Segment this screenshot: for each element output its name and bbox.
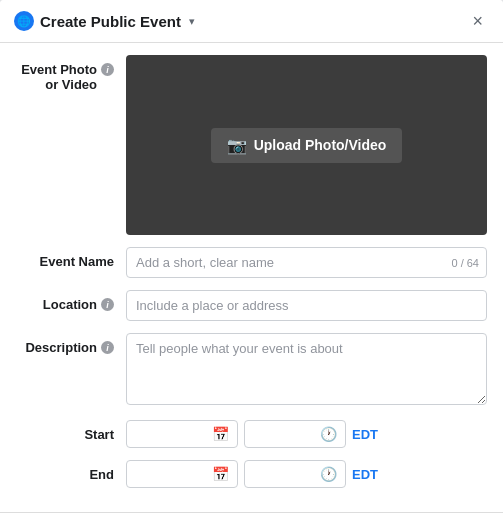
end-datetime-row: 9/23/2019 📅 6:00 PM 🕐 EDT [126, 460, 487, 488]
end-edt-link[interactable]: EDT [352, 467, 378, 482]
location-info-icon[interactable]: i [101, 298, 114, 311]
location-label: Location i [16, 290, 126, 312]
end-date-input[interactable]: 9/23/2019 [135, 467, 207, 482]
event-name-control: 0 / 64 [126, 247, 487, 278]
event-name-label: Event Name [16, 247, 126, 269]
create-event-modal: 🌐 Create Public Event ▾ × Event Photo or… [0, 0, 503, 519]
end-time-picker[interactable]: 6:00 PM 🕐 [244, 460, 346, 488]
modal-header: 🌐 Create Public Event ▾ × [0, 0, 503, 43]
location-input[interactable] [126, 290, 487, 321]
end-time-input[interactable]: 6:00 PM [253, 467, 315, 482]
start-clock-icon: 🕐 [320, 426, 337, 442]
end-clock-icon: 🕐 [320, 466, 337, 482]
description-control [126, 333, 487, 408]
header-left: 🌐 Create Public Event ▾ [14, 11, 195, 31]
start-time-picker[interactable]: 3:00 PM 🕐 [244, 420, 346, 448]
modal-body: Event Photo or Video i 📷 Upload Photo/Vi… [0, 43, 503, 512]
end-calendar-icon: 📅 [212, 466, 229, 482]
description-row: Description i [16, 333, 487, 408]
char-count: 0 / 64 [451, 257, 479, 269]
modal-title: Create Public Event [40, 13, 181, 30]
start-label: Start [16, 420, 126, 442]
camera-icon: 📷 [227, 136, 247, 155]
modal-footer: When you create an event on Facebook the… [0, 512, 503, 519]
title-dropdown-arrow[interactable]: ▾ [189, 15, 195, 28]
start-edt-link[interactable]: EDT [352, 427, 378, 442]
photo-label: Event Photo or Video i [16, 55, 126, 92]
end-date-picker[interactable]: 9/23/2019 📅 [126, 460, 238, 488]
start-time-input[interactable]: 3:00 PM [253, 427, 315, 442]
description-info-icon[interactable]: i [101, 341, 114, 354]
end-control: 9/23/2019 📅 6:00 PM 🕐 EDT [126, 460, 487, 488]
event-name-input[interactable] [126, 247, 487, 278]
photo-info-icon[interactable]: i [101, 63, 114, 76]
description-textarea[interactable] [126, 333, 487, 405]
start-control: 9/23/2019 📅 3:00 PM 🕐 EDT [126, 420, 487, 448]
end-row: End 9/23/2019 📅 6:00 PM 🕐 EDT [16, 460, 487, 488]
location-control [126, 290, 487, 321]
event-name-row: Event Name 0 / 64 [16, 247, 487, 278]
photo-row: Event Photo or Video i 📷 Upload Photo/Vi… [16, 55, 487, 235]
event-name-wrapper: 0 / 64 [126, 247, 487, 278]
start-calendar-icon: 📅 [212, 426, 229, 442]
start-date-input[interactable]: 9/23/2019 [135, 427, 207, 442]
start-date-picker[interactable]: 9/23/2019 📅 [126, 420, 238, 448]
location-row: Location i [16, 290, 487, 321]
upload-photo-button[interactable]: 📷 Upload Photo/Video [211, 128, 403, 163]
start-datetime-row: 9/23/2019 📅 3:00 PM 🕐 EDT [126, 420, 487, 448]
globe-icon: 🌐 [14, 11, 34, 31]
photo-control-area: 📷 Upload Photo/Video [126, 55, 487, 235]
close-button[interactable]: × [466, 10, 489, 32]
photo-upload-box[interactable]: 📷 Upload Photo/Video [126, 55, 487, 235]
start-row: Start 9/23/2019 📅 3:00 PM 🕐 EDT [16, 420, 487, 448]
description-label: Description i [16, 333, 126, 355]
end-label: End [16, 460, 126, 482]
